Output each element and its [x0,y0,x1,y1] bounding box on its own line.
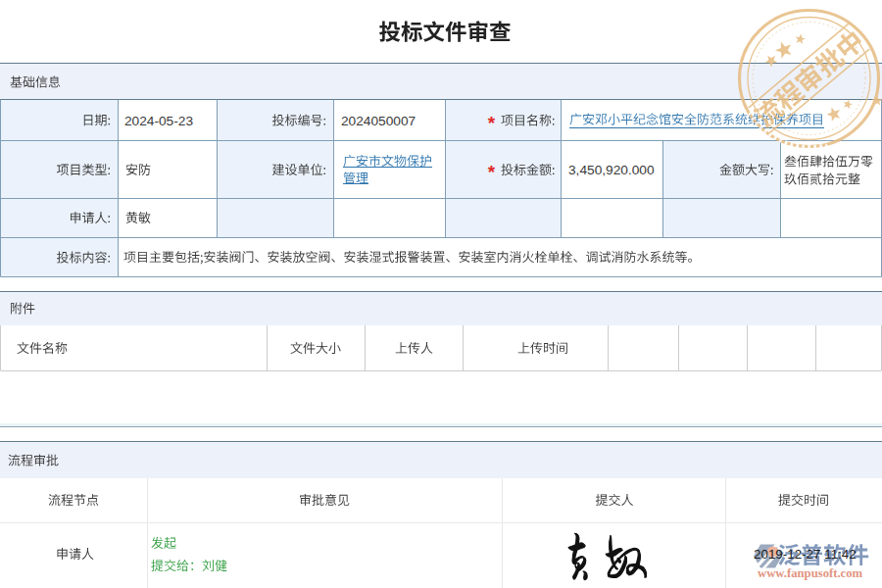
svg-text:2019-12-27 11:42: 2019-12-27 11:42 [754,547,857,562]
svg-text:2024050007: 2024050007 [341,114,416,128]
svg-text:3,450,920.000: 3,450,920.000 [568,163,655,177]
svg-text:*: * [488,113,496,133]
svg-text:2024-05-23: 2024-05-23 [124,114,193,128]
svg-text:*: * [488,162,496,182]
svg-text:www.fanpusoft.com: www.fanpusoft.com [758,566,863,580]
